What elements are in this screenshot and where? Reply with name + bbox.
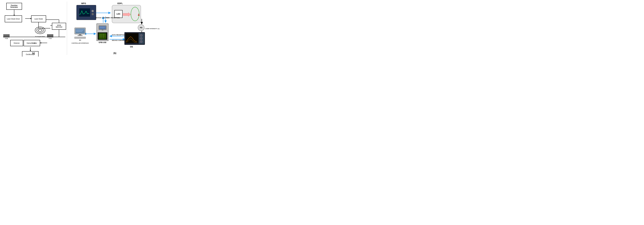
wfg-instrument — [76, 5, 96, 20]
svg-marker-13 — [30, 50, 31, 51]
edfl-title: EDFL — [117, 2, 123, 4]
wdm-label: WDM 980/1550 — [56, 24, 62, 28]
svg-marker-11 — [40, 42, 41, 43]
ldc-box: LDC — [114, 10, 122, 18]
diagram-b-label: (b) — [114, 52, 116, 54]
svg-marker-35 — [123, 12, 131, 16]
er-doped-fiber-label: Er-Doped Fiber — [33, 36, 47, 37]
ldc-label: LDC — [116, 13, 120, 15]
svg-point-63 — [140, 40, 143, 43]
svg-point-61 — [140, 34, 143, 37]
svg-rect-51 — [102, 30, 103, 30]
svg-rect-46 — [78, 35, 82, 36]
os-title: OS — [130, 45, 133, 48]
diagram-b-inner: WFG EDFL — [70, 1, 160, 55]
edfl-box: LDC — [112, 5, 141, 23]
laser-diode-driver-box: Laser Diode Driver — [5, 15, 22, 22]
gpib-box — [96, 23, 108, 41]
function-generator-box: Function Generator — [6, 3, 22, 10]
pc-label: PC — [79, 39, 81, 41]
wfg-title: WFG — [81, 2, 86, 4]
diagram-a-inner: Function Generator Laser Diode Driver La… — [2, 1, 65, 55]
detector-label: Detector — [14, 42, 20, 44]
laser-diode-label: Laser Diode — [34, 18, 43, 20]
pink-arrow — [123, 12, 131, 16]
pd-label: PD — [140, 27, 142, 29]
svg-rect-41 — [75, 28, 85, 33]
pc-keyboard — [74, 37, 86, 39]
svg-point-62 — [140, 37, 143, 40]
laser-intensity-label: LASER INTENSITY (v) — [145, 28, 160, 29]
laser-diode-box: Laser Diode — [31, 15, 46, 22]
diagram-a: Function Generator Laser Diode Driver La… — [2, 1, 67, 55]
isolator-arrow — [31, 42, 36, 44]
pc-box: PC — [73, 27, 87, 42]
svg-point-20 — [38, 29, 42, 31]
data-reception-2-label: DATA RECEPTION — [112, 34, 125, 36]
function-generator-label: Function Generator — [7, 4, 21, 8]
gpib-monitor-part — [98, 24, 108, 31]
pd-circle: PD — [138, 24, 144, 31]
diagram-b: WFG EDFL — [68, 1, 160, 55]
gpib-usb-label: GPIB-USB — [96, 42, 109, 43]
oscilloscope-box: Oscilloscope — [22, 51, 38, 57]
data-reception-1-label: DATA RECEPTION — [106, 17, 120, 18]
svg-rect-45 — [79, 34, 81, 35]
gpib-chip-part — [98, 32, 108, 40]
device-control-2-label: DEVICE CONTROL — [112, 40, 126, 41]
wdm-box: WDM 980/1550 — [52, 23, 66, 30]
svg-point-19 — [37, 28, 44, 32]
os-instrument — [124, 32, 145, 45]
fgb2-container: FGB — [46, 34, 54, 40]
svg-marker-22 — [34, 43, 36, 43]
diagram-a-label: (a) — [32, 52, 35, 54]
fgb2-label: FGB — [49, 38, 52, 39]
fgb1-label: FGB — [5, 38, 8, 39]
fgb2-grating — [47, 34, 53, 37]
laser-diode-driver-label: Laser Diode Driver — [7, 18, 20, 20]
controller-interface-label: CONTROLLER INTERFACE — [72, 42, 89, 44]
fgb1-grating — [4, 34, 10, 37]
fgb1-container: FGB — [2, 34, 10, 40]
svg-rect-53 — [100, 34, 106, 38]
red-laser-symbol — [138, 13, 140, 17]
svg-rect-48 — [99, 26, 106, 29]
detector-box: Detector — [10, 40, 23, 46]
er-doped-fiber-coil — [32, 25, 48, 36]
pc-monitor-icon — [74, 27, 86, 36]
main-container: Function Generator Laser Diode Driver La… — [0, 0, 161, 57]
